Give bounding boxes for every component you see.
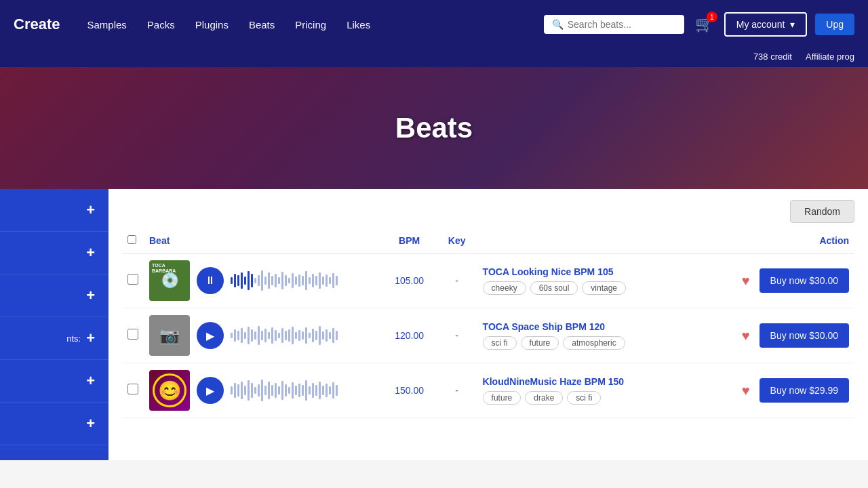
svg-rect-34	[237, 331, 239, 340]
row1-key: -	[437, 253, 477, 308]
svg-rect-5	[248, 271, 250, 290]
sidebar-item-3[interactable]: +	[0, 274, 108, 317]
svg-rect-35	[241, 328, 243, 343]
beat3-name[interactable]: KloudNineMusic Haze BPM 150	[483, 376, 713, 387]
table-row: 😊 ▶	[122, 363, 854, 418]
sidebar-item-2[interactable]: +	[0, 232, 108, 274]
beat2-tag-2[interactable]: future	[521, 336, 559, 350]
svg-rect-40	[258, 326, 260, 345]
beat1-tag-1[interactable]: cheeky	[483, 281, 526, 295]
svg-rect-4	[244, 277, 246, 285]
row2-bpm: 120.00	[382, 308, 437, 363]
svg-rect-10	[264, 277, 267, 285]
svg-rect-88	[312, 383, 314, 398]
row2-name-tags: TOCA Space Ship BPM 120 sci fi future at…	[477, 308, 719, 363]
beat3-play-button[interactable]: ▶	[197, 377, 224, 404]
random-button[interactable]: Random	[790, 200, 854, 223]
beat1-buy-button[interactable]: Buy now $30.00	[760, 268, 849, 293]
svg-rect-82	[292, 382, 294, 399]
row3-check-cell	[122, 363, 144, 418]
beat3-like-button[interactable]: ♥	[739, 380, 753, 401]
beat3-checkbox[interactable]	[127, 384, 138, 394]
svg-rect-15	[281, 272, 283, 289]
beat3-buy-button[interactable]: Buy now $29.99	[760, 378, 849, 403]
svg-rect-75	[268, 382, 270, 399]
svg-rect-54	[305, 327, 307, 344]
svg-rect-67	[241, 382, 243, 399]
row2-check-cell	[122, 308, 144, 363]
svg-rect-49	[288, 329, 290, 342]
svg-rect-14	[278, 277, 280, 284]
nav-plugins[interactable]: Plugins	[195, 19, 229, 30]
svg-rect-86	[305, 380, 307, 401]
svg-rect-44	[271, 327, 273, 344]
affiliate-link[interactable]: Affiliate prog	[806, 52, 854, 62]
beat1-checkbox[interactable]	[127, 274, 138, 285]
beat2-name[interactable]: TOCA Space Ship BPM 120	[483, 321, 713, 332]
svg-rect-12	[271, 276, 273, 285]
svg-rect-19	[295, 277, 297, 285]
beat3-tag-2[interactable]: drake	[525, 391, 563, 405]
beat1-waveform	[231, 267, 339, 294]
svg-rect-22	[305, 271, 307, 290]
svg-rect-90	[319, 382, 321, 399]
search-bar: 🔍	[544, 15, 684, 34]
svg-rect-84	[298, 384, 300, 397]
row3-key: -	[437, 363, 477, 418]
nav-pricing[interactable]: Pricing	[295, 19, 326, 30]
beat3-tag-1[interactable]: future	[483, 391, 521, 405]
svg-rect-81	[288, 387, 290, 394]
row3-name-tags: KloudNineMusic Haze BPM 150 future drake…	[477, 363, 719, 418]
row3-bpm: 150.00	[382, 363, 437, 418]
beat3-tag-3[interactable]: sci fi	[567, 391, 601, 405]
svg-rect-1	[234, 274, 236, 287]
svg-rect-27	[322, 277, 324, 285]
nav-packs[interactable]: Packs	[147, 19, 175, 30]
beat1-tag-3[interactable]: vintage	[582, 281, 626, 295]
my-account-button[interactable]: My account ▾	[724, 12, 808, 37]
main-container: + + + nts: + + + Random	[0, 189, 868, 460]
beat1-like-button[interactable]: ♥	[739, 270, 753, 291]
search-input[interactable]	[568, 19, 676, 30]
svg-rect-59	[322, 331, 324, 340]
sidebar-item-6[interactable]: +	[0, 403, 108, 445]
beat3-tags: future drake sci fi	[483, 391, 713, 405]
beat3-waveform	[231, 377, 339, 404]
svg-rect-73	[261, 380, 263, 401]
beat2-buy-button[interactable]: Buy now $30.00	[760, 323, 849, 348]
svg-rect-17	[288, 278, 290, 283]
beat1-pause-button[interactable]: ⏸	[197, 267, 224, 294]
row1-action: ♥ Buy now $30.00	[719, 253, 854, 308]
svg-rect-63	[336, 331, 338, 340]
row2-action: ♥ Buy now $30.00	[719, 308, 854, 363]
beat2-like-button[interactable]: ♥	[739, 325, 753, 346]
cart-button[interactable]: 🛒 1	[695, 16, 713, 33]
svg-rect-23	[309, 277, 311, 284]
beat2-checkbox[interactable]	[127, 329, 138, 340]
sidebar-item-4[interactable]: nts: +	[0, 317, 108, 360]
beat1-name[interactable]: TOCA Looking Nice BPM 105	[483, 266, 713, 277]
svg-rect-45	[275, 330, 277, 341]
row1-name-tags: TOCA Looking Nice BPM 105 cheeky 60s sou…	[477, 253, 719, 308]
svg-rect-39	[254, 331, 256, 340]
nav-beats[interactable]: Beats	[249, 19, 275, 30]
svg-rect-91	[322, 386, 324, 395]
svg-rect-33	[234, 329, 236, 342]
beat2-play-button[interactable]: ▶	[197, 322, 224, 349]
select-all-checkbox[interactable]	[127, 235, 136, 244]
nav-likes[interactable]: Likes	[347, 19, 370, 30]
beat2-tag-3[interactable]: atmospheric	[563, 336, 625, 350]
svg-rect-9	[261, 270, 263, 291]
svg-rect-8	[258, 275, 260, 286]
upgrade-button[interactable]: Upg	[815, 14, 854, 35]
beat1-tag-2[interactable]: 60s soul	[530, 281, 578, 295]
sidebar-item-5[interactable]: +	[0, 360, 108, 403]
beat2-waveform	[231, 322, 339, 349]
cart-badge: 1	[707, 12, 717, 22]
nav-samples[interactable]: Samples	[87, 19, 126, 30]
svg-rect-92	[326, 384, 328, 397]
beat2-tag-1[interactable]: sci fi	[483, 336, 517, 350]
plus-icon-6: +	[86, 415, 95, 432]
svg-rect-72	[258, 384, 260, 396]
sidebar-item-1[interactable]: +	[0, 189, 108, 232]
